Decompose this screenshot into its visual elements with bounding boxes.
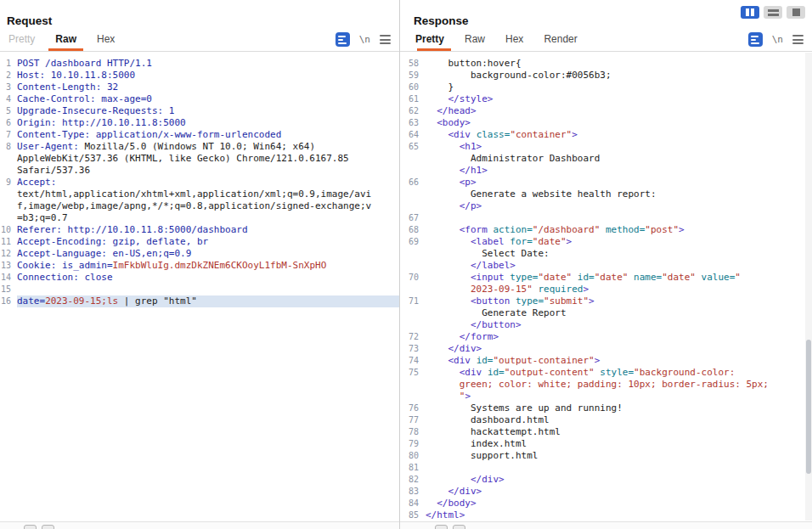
- code-line[interactable]: 68 <form action="/dashboard" method="pos…: [400, 224, 812, 236]
- code-line[interactable]: 61 </style>: [400, 93, 812, 105]
- code-line[interactable]: 59 background-color:#0056b3;: [400, 70, 812, 82]
- code-line[interactable]: ">: [400, 391, 812, 402]
- code-line[interactable]: 1POST /dashboard HTTP/1.1: [0, 58, 399, 70]
- code-line[interactable]: 15: [0, 284, 399, 295]
- code-line[interactable]: AppleWebKit/537.36 (KHTML, like Gecko) C…: [0, 153, 399, 165]
- code-line[interactable]: green; color: white; padding: 10px; bord…: [400, 379, 812, 391]
- code-line[interactable]: 5Upgrade-Insecure-Requests: 1: [0, 105, 399, 117]
- code-line[interactable]: 11Accept-Encoding: gzip, deflate, br: [0, 236, 399, 248]
- code-line[interactable]: 8User-Agent: Mozilla/5.0 (Windows NT 10.…: [0, 141, 399, 153]
- code-line[interactable]: Administrator Dashboard: [400, 153, 812, 165]
- code-line[interactable]: Safari/537.36: [0, 165, 399, 177]
- code-line[interactable]: 9Accept:: [0, 177, 399, 189]
- line-text: [17, 284, 399, 295]
- line-text: background-color:#0056b3;: [426, 70, 812, 82]
- code-line[interactable]: </h1>: [400, 165, 812, 177]
- vertical-scrollbar[interactable]: [805, 53, 812, 521]
- code-line[interactable]: 13Cookie: is_admin=ImFkbWluIg.dmzDkZNEm6…: [0, 260, 399, 272]
- search-icon[interactable]: [435, 525, 448, 529]
- code-line[interactable]: 85</html>: [400, 509, 812, 521]
- scrollbar-thumb[interactable]: [806, 340, 811, 474]
- code-line[interactable]: 70 <input type="date" id="date" name="da…: [400, 272, 812, 284]
- code-line[interactable]: 6Origin: http://10.10.11.8:5000: [0, 117, 399, 129]
- code-line[interactable]: 77 dashboard.html: [400, 414, 812, 426]
- line-number: 14: [0, 272, 11, 284]
- code-line[interactable]: 2023-09-15" required>: [400, 284, 812, 295]
- search-options-icon[interactable]: [453, 525, 465, 529]
- code-line[interactable]: 69 <label for="date">: [400, 236, 812, 248]
- code-line[interactable]: Select Date:: [400, 248, 812, 260]
- code-line[interactable]: 75 <div id="output-content" style="backg…: [400, 367, 812, 379]
- code-line[interactable]: 82 </div>: [400, 474, 812, 486]
- line-number: [400, 379, 419, 391]
- layout-single-button[interactable]: [787, 6, 805, 19]
- code-line[interactable]: 72 </form>: [400, 331, 812, 343]
- code-line[interactable]: 7Content-Type: application/x-www-form-ur…: [0, 129, 399, 141]
- prettify-icon[interactable]: [336, 32, 350, 47]
- code-line[interactable]: </p>: [400, 200, 812, 212]
- code-line[interactable]: 58 button:hover{: [400, 58, 812, 70]
- response-tab-render[interactable]: Render: [533, 28, 587, 51]
- code-line[interactable]: 84 </body>: [400, 498, 812, 509]
- line-number: 72: [400, 331, 419, 343]
- code-line[interactable]: 4Cache-Control: max-age=0: [0, 93, 399, 105]
- line-text: dashboard.html: [426, 414, 812, 426]
- code-line[interactable]: </button>: [400, 319, 812, 331]
- editor-menu-icon[interactable]: [792, 35, 804, 44]
- response-editor[interactable]: 58 button:hover{59 background-color:#005…: [400, 52, 812, 521]
- code-line[interactable]: text/html,application/xhtml+xml,applicat…: [0, 189, 399, 200]
- code-line[interactable]: 81: [400, 462, 812, 474]
- code-line[interactable]: 14Connection: close: [0, 272, 399, 284]
- code-line[interactable]: 78 hackattempt.html: [400, 426, 812, 438]
- response-tab-pretty[interactable]: Pretty: [414, 28, 454, 51]
- line-text: Accept-Encoding: gzip, deflate, br: [17, 236, 399, 248]
- response-tab-raw[interactable]: Raw: [454, 28, 495, 51]
- editor-menu-icon[interactable]: [380, 35, 391, 44]
- code-line[interactable]: 79 index.html: [400, 438, 812, 450]
- code-line[interactable]: 16date=2023-09-15;ls | grep "html": [0, 295, 399, 307]
- code-line[interactable]: =b3;q=0.7: [0, 212, 399, 224]
- code-line[interactable]: </label>: [400, 260, 812, 272]
- response-editor-toolbar: \n: [748, 32, 804, 47]
- code-line[interactable]: 74 <div id="output-container">: [400, 355, 812, 367]
- code-line[interactable]: 65 <h1>: [400, 141, 812, 153]
- code-line[interactable]: 12Accept-Language: en-US,en;q=0.9: [0, 248, 399, 260]
- code-line[interactable]: 3Content-Length: 32: [0, 82, 399, 93]
- request-tab-pretty[interactable]: Pretty: [7, 28, 45, 51]
- newline-toggle-icon[interactable]: \n: [772, 34, 783, 45]
- code-line[interactable]: 63 <body>: [400, 117, 812, 129]
- code-line[interactable]: 10Referer: http://10.10.11.8:5000/dashbo…: [0, 224, 399, 236]
- code-line[interactable]: 64 <div class="container">: [400, 129, 812, 141]
- code-line[interactable]: 80 support.html: [400, 450, 812, 462]
- code-line[interactable]: 71 <button type="submit">: [400, 295, 812, 307]
- line-text: <input type="date" id="date" name="date"…: [426, 272, 812, 284]
- code-line[interactable]: f,image/webp,image/apng,*/*;q=0.8,applic…: [0, 200, 399, 212]
- request-tabbar: PrettyRawHex \n: [0, 28, 399, 52]
- line-text: index.html: [426, 438, 812, 450]
- request-editor[interactable]: 1POST /dashboard HTTP/1.12Host: 10.10.11…: [0, 52, 399, 521]
- code-line[interactable]: 76 Systems are up and running!: [400, 402, 812, 414]
- line-text: </div>: [426, 486, 812, 498]
- line-number: 16: [0, 295, 11, 307]
- code-line[interactable]: Generate a website health report:: [400, 189, 812, 200]
- request-tab-raw[interactable]: Raw: [45, 28, 87, 51]
- layout-side-by-side-button[interactable]: [741, 6, 759, 19]
- code-line[interactable]: 67: [400, 212, 812, 224]
- code-line[interactable]: 66 <p>: [400, 177, 812, 189]
- code-line[interactable]: 83 </div>: [400, 486, 812, 498]
- response-search-bar: [400, 521, 812, 529]
- code-line[interactable]: Generate Report: [400, 307, 812, 319]
- code-line[interactable]: 62 </head>: [400, 105, 812, 117]
- line-number: 63: [400, 117, 419, 129]
- layout-stacked-button[interactable]: [764, 6, 782, 19]
- search-options-icon[interactable]: [42, 525, 54, 529]
- response-tab-hex[interactable]: Hex: [495, 28, 533, 51]
- code-line[interactable]: 2Host: 10.10.11.8:5000: [0, 70, 399, 82]
- line-text: <form action="/dashboard" method="post">: [426, 224, 812, 236]
- newline-toggle-icon[interactable]: \n: [359, 34, 370, 45]
- code-line[interactable]: 60 }: [400, 82, 812, 93]
- prettify-icon[interactable]: [748, 32, 763, 47]
- code-line[interactable]: 73 </div>: [400, 343, 812, 355]
- request-tab-hex[interactable]: Hex: [87, 28, 125, 51]
- search-icon[interactable]: [24, 525, 37, 529]
